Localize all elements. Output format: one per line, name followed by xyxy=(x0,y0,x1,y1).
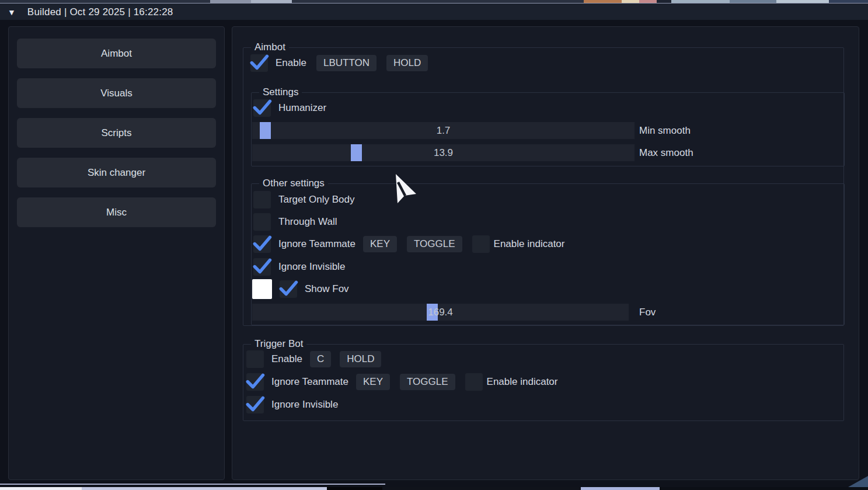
through-wall-checkbox[interactable] xyxy=(253,213,271,231)
trigger-teammate-key-button[interactable]: KEY xyxy=(356,374,390,390)
trigger-keymode-button[interactable]: HOLD xyxy=(340,351,381,367)
through-wall-row: Through Wall xyxy=(253,213,337,231)
trigger-ignore-teammate-label: Ignore Teammate xyxy=(271,376,348,388)
fov-label: Fov xyxy=(639,307,656,318)
target-only-body-checkbox[interactable] xyxy=(253,191,271,208)
max-smooth-label: Max smooth xyxy=(639,147,693,159)
settings-group: Settings Humanizer 1.7 Min smooth xyxy=(251,92,845,166)
main-panel: Aimbot Enable LBUTTON HOLD Settings xyxy=(232,26,859,480)
window-title: Builded | Oct 29 2025 | 16:22:28 xyxy=(27,6,173,18)
check-icon xyxy=(252,255,273,276)
trigger-ignore-teammate-row: Ignore Teammate KEY TOGGLE Enable indica… xyxy=(246,373,557,391)
check-icon xyxy=(245,370,266,391)
humanizer-label: Humanizer xyxy=(278,102,326,114)
collapse-triangle-icon[interactable]: ▼ xyxy=(8,8,16,16)
show-fov-label: Show Fov xyxy=(305,283,349,295)
titlebar[interactable]: ▼ Builded | Oct 29 2025 | 16:22:28 xyxy=(0,3,868,20)
check-icon xyxy=(249,51,270,72)
fov-slider[interactable]: 169.4 xyxy=(252,304,629,321)
aimbot-teammate-toggle-button[interactable]: TOGGLE xyxy=(407,236,462,252)
sidebar-item-aimbot[interactable]: Aimbot xyxy=(17,39,216,68)
trigger-bot-group-legend: Trigger Bot xyxy=(251,338,306,350)
humanizer-checkbox[interactable] xyxy=(253,99,271,117)
aimbot-ignore-teammate-label: Ignore Teammate xyxy=(278,238,355,250)
max-smooth-value: 13.9 xyxy=(252,144,635,161)
trigger-keybind-button[interactable]: C xyxy=(310,351,331,367)
show-fov-checkbox[interactable] xyxy=(280,280,297,298)
aimbot-enable-row: Enable LBUTTON HOLD xyxy=(250,54,428,72)
aimbot-ignore-teammate-checkbox[interactable] xyxy=(253,235,271,253)
sidebar-item-skin-changer[interactable]: Skin changer xyxy=(17,158,216,187)
target-only-body-row: Target Only Body xyxy=(253,191,354,208)
aimbot-teammate-key-button[interactable]: KEY xyxy=(363,236,397,252)
trigger-ignore-invisible-checkbox[interactable] xyxy=(246,396,264,413)
aimbot-keymode-button[interactable]: HOLD xyxy=(386,55,428,71)
trigger-enable-row: Enable C HOLD xyxy=(246,350,381,368)
aimbot-ignore-invisible-checkbox[interactable] xyxy=(253,258,271,276)
max-smooth-row: 13.9 Max smooth xyxy=(252,144,693,161)
trigger-enable-label: Enable xyxy=(271,353,302,365)
min-smooth-value: 1.7 xyxy=(252,122,635,139)
game-background-bottom xyxy=(0,487,868,490)
aimbot-group: Aimbot Enable LBUTTON HOLD Settings xyxy=(243,47,844,326)
fov-row: 169.4 Fov xyxy=(252,304,656,321)
check-icon xyxy=(245,393,266,414)
aimbot-enable-indicator-checkbox[interactable] xyxy=(472,235,490,253)
window-body: Aimbot Visuals Scripts Skin changer Misc… xyxy=(0,20,868,487)
aimbot-ignore-invisible-row: Ignore Invisible xyxy=(253,258,345,276)
target-only-body-label: Target Only Body xyxy=(278,194,354,206)
through-wall-label: Through Wall xyxy=(278,216,337,228)
trigger-enable-indicator-checkbox[interactable] xyxy=(465,373,483,391)
aimbot-enable-indicator-label: Enable indicator xyxy=(494,238,565,250)
fov-color-swatch[interactable] xyxy=(252,279,272,299)
sidebar-item-scripts[interactable]: Scripts xyxy=(17,118,216,148)
fov-value: 169.4 xyxy=(252,304,629,321)
other-settings-group: Other settings Target Only Body Through … xyxy=(251,183,845,325)
aimbot-ignore-invisible-label: Ignore Invisible xyxy=(278,261,345,273)
check-icon xyxy=(252,232,273,253)
sidebar-item-visuals[interactable]: Visuals xyxy=(17,78,216,108)
other-settings-group-legend: Other settings xyxy=(259,178,328,189)
trigger-enable-checkbox[interactable] xyxy=(246,350,264,368)
aimbot-enable-checkbox[interactable] xyxy=(250,54,268,72)
sidebar-item-misc[interactable]: Misc xyxy=(17,197,216,227)
trigger-enable-indicator-label: Enable indicator xyxy=(487,376,558,388)
min-smooth-row: 1.7 Min smooth xyxy=(252,122,691,139)
trigger-bot-group: Trigger Bot Enable C HOLD Ignore Teammat… xyxy=(243,344,844,421)
check-icon xyxy=(278,277,299,298)
aimbot-keybind-button[interactable]: LBUTTON xyxy=(316,55,377,71)
window-bottom-border xyxy=(0,484,385,485)
trigger-ignore-invisible-row: Ignore Invisible xyxy=(246,396,338,413)
game-corner-shape xyxy=(848,476,868,487)
check-icon xyxy=(252,96,273,117)
show-fov-row: Show Fov xyxy=(252,279,349,299)
sidebar: Aimbot Visuals Scripts Skin changer Misc xyxy=(8,26,225,480)
min-smooth-slider[interactable]: 1.7 xyxy=(252,122,635,139)
trigger-ignore-teammate-checkbox[interactable] xyxy=(246,373,264,391)
min-smooth-label: Min smooth xyxy=(639,125,691,137)
trigger-teammate-toggle-button[interactable]: TOGGLE xyxy=(400,374,455,390)
aimbot-ignore-teammate-row: Ignore Teammate KEY TOGGLE Enable indica… xyxy=(253,235,564,253)
humanizer-row: Humanizer xyxy=(253,99,326,117)
max-smooth-slider[interactable]: 13.9 xyxy=(252,144,635,161)
screen: ▼ Builded | Oct 29 2025 | 16:22:28 Aimbo… xyxy=(0,0,868,490)
trigger-ignore-invisible-label: Ignore Invisible xyxy=(271,399,338,411)
aimbot-enable-label: Enable xyxy=(276,57,306,69)
